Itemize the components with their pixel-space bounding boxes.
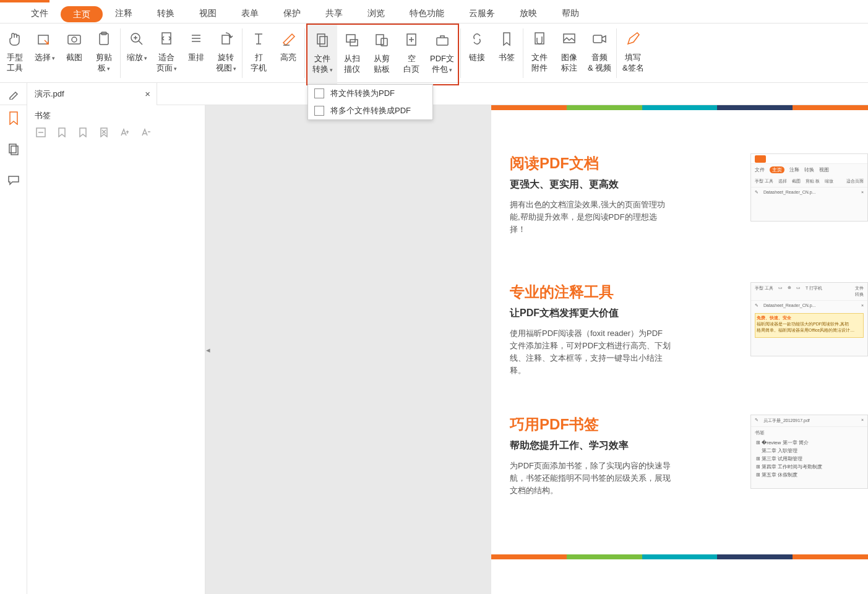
menu-help[interactable]: 帮助 (549, 2, 591, 24)
tool-blankpage[interactable]: 空 白页 (397, 25, 426, 84)
dropdown-item-label: 将文件转换为PDF (330, 88, 395, 99)
tool-select[interactable]: 选择▾ (30, 24, 59, 83)
svg-rect-19 (9, 144, 16, 153)
doc-icon (314, 88, 324, 98)
feature-read-title: 阅读PDF文档 (510, 153, 671, 173)
dropdown-convert-multi[interactable]: 将多个文件转换成PDF (308, 102, 432, 119)
tool-link-label: 链接 (469, 52, 485, 62)
tab-close-button[interactable]: × (145, 88, 150, 99)
tool-av[interactable]: 音频 & 视频 (584, 24, 615, 83)
document-area: ◂ 阅读PDF文档 更强大、更实用、更高效 拥有出色的文档渲染效果,强大的页面管… (205, 105, 868, 594)
tool-reflow[interactable]: 重排 (181, 24, 211, 83)
clipboard-icon (93, 28, 114, 50)
tool-zoom[interactable]: 缩放▾ (122, 24, 152, 83)
menu-home[interactable]: 主页 (61, 6, 103, 22)
rail-bookmark-icon[interactable] (7, 111, 20, 125)
collapse-panel-handle[interactable]: ◂ (205, 337, 211, 362)
bookmarks-panel: 书签 (27, 105, 205, 594)
tool-reflow-label: 重排 (188, 52, 204, 62)
tool-highlight-label: 高亮 (280, 52, 296, 62)
tool-hand[interactable]: 手型 工具 (0, 24, 30, 83)
rail-comments-icon[interactable] (7, 173, 20, 187)
page-gutter: ◂ (205, 105, 491, 594)
docs-icon (314, 106, 324, 116)
tool-snapshot-label: 截图 (66, 52, 82, 62)
tool-clipboard-label: 剪贴 板▾ (96, 52, 112, 74)
tool-typewriter[interactable]: 打 字机 (244, 24, 273, 83)
svg-rect-16 (535, 33, 544, 44)
menu-form[interactable]: 表单 (229, 2, 271, 24)
bookmarks-toolbar (27, 126, 205, 145)
menu-protect[interactable]: 保护 (271, 2, 313, 24)
menu-browse[interactable]: 浏览 (355, 2, 397, 24)
bookmark-new-icon[interactable] (56, 126, 68, 139)
tool-bookmark[interactable]: 书签 (492, 24, 522, 83)
document-tab[interactable]: 演示.pdf × (27, 83, 157, 105)
tool-snapshot[interactable]: 截图 (59, 24, 89, 83)
menu-cloud[interactable]: 云服务 (457, 2, 507, 24)
ribbon-sep (523, 28, 523, 78)
font-smaller-icon[interactable] (140, 126, 152, 139)
menu-view[interactable]: 视图 (187, 2, 229, 24)
main-area: 书签 ◂ 阅读PDF文档 更强大、更实用、更高效 拥有出色的文档渲染效果,强大的… (0, 105, 868, 594)
highlight-icon (278, 28, 299, 50)
bookmark-new-bold-icon[interactable] (77, 126, 89, 139)
svg-rect-11 (350, 40, 358, 46)
paperclip-icon (529, 28, 550, 50)
expand-all-icon[interactable] (35, 126, 47, 139)
mini-brand-icon (755, 155, 766, 163)
menu-special[interactable]: 特色功能 (397, 2, 457, 24)
svg-rect-8 (317, 34, 325, 44)
select-icon (34, 28, 55, 50)
svg-rect-9 (320, 37, 327, 46)
tool-clipboard[interactable]: 剪贴 板▾ (89, 24, 119, 83)
tool-link[interactable]: 链接 (462, 24, 492, 83)
tool-fileconvert[interactable]: 文件 转换▾ (307, 25, 337, 84)
tool-fromclipboard[interactable]: 从剪 贴板 (367, 25, 397, 84)
feature-bookmark-sub: 帮助您提升工作、学习效率 (510, 439, 671, 452)
svg-rect-15 (437, 38, 448, 45)
scanner-icon (342, 30, 363, 51)
tool-imageannot[interactable]: 图像 标注 (554, 24, 584, 83)
tool-attach-label: 文件 附件 (531, 52, 548, 73)
tool-fit[interactable]: 适合 页面▾ (152, 24, 181, 83)
tool-fillsign[interactable]: 填写 &签名 (618, 24, 648, 83)
feature-annot-desc: 使用福昕PDF阅读器（foxit reader）为PDF文件添加注释，可对PDF… (510, 327, 671, 377)
tool-attach[interactable]: 文件 附件 (525, 24, 554, 83)
menu-share[interactable]: 共享 (313, 2, 355, 24)
menu-file[interactable]: 文件 (19, 2, 61, 24)
thumb-bookmark: ✎员工手册_20120917.pdf× 书签 ⊞ �review 第一章 简介 … (750, 415, 868, 489)
typewriter-icon (248, 28, 269, 50)
tool-fromscanner[interactable]: 从扫 描仪 (337, 25, 367, 84)
feature-read: 阅读PDF文档 更强大、更实用、更高效 拥有出色的文档渲染效果,强大的页面管理功… (510, 153, 671, 236)
tool-bookmark-label: 书签 (499, 52, 515, 62)
svg-rect-1 (68, 35, 80, 44)
bookmarks-title: 书签 (27, 105, 205, 126)
tool-pdfpackage[interactable]: PDF文 件包▾ (426, 25, 458, 84)
menu-convert[interactable]: 转换 (145, 2, 187, 24)
font-bigger-icon[interactable] (119, 126, 131, 139)
menu-slideshow[interactable]: 放映 (507, 2, 549, 24)
tool-fromscanner-label: 从扫 描仪 (344, 53, 360, 74)
dropdown-convert-single[interactable]: 将文件转换为PDF (308, 85, 432, 102)
zoom-icon (126, 28, 147, 50)
tool-rotate[interactable]: 旋转 视图▾ (211, 24, 241, 83)
ribbon-sep (242, 28, 243, 78)
rail-pages-icon[interactable] (7, 142, 20, 156)
feature-bookmark: 巧用PDF书签 帮助您提升工作、学习效率 为PDF页面添加书签，除了实现内容的快… (510, 415, 671, 497)
pen-icon (622, 28, 643, 50)
bookmark-delete-icon[interactable] (98, 126, 110, 139)
feature-annot-sub: 让PDF文档发挥更大价值 (510, 307, 671, 320)
tool-highlight[interactable]: 高亮 (273, 24, 303, 83)
tool-fillsign-label: 填写 &签名 (622, 52, 644, 73)
hand-icon (4, 28, 25, 50)
feature-read-sub: 更强大、更实用、更高效 (510, 178, 671, 191)
quick-pencil-icon[interactable] (0, 83, 27, 105)
feature-annot-title: 专业的注释工具 (510, 282, 671, 302)
reflow-icon (186, 28, 207, 50)
blankpage-icon (401, 30, 422, 51)
svg-rect-18 (593, 35, 602, 43)
bookmark-icon (496, 28, 517, 50)
menu-annotate[interactable]: 注释 (103, 2, 145, 24)
ribbon-sep (460, 28, 461, 78)
